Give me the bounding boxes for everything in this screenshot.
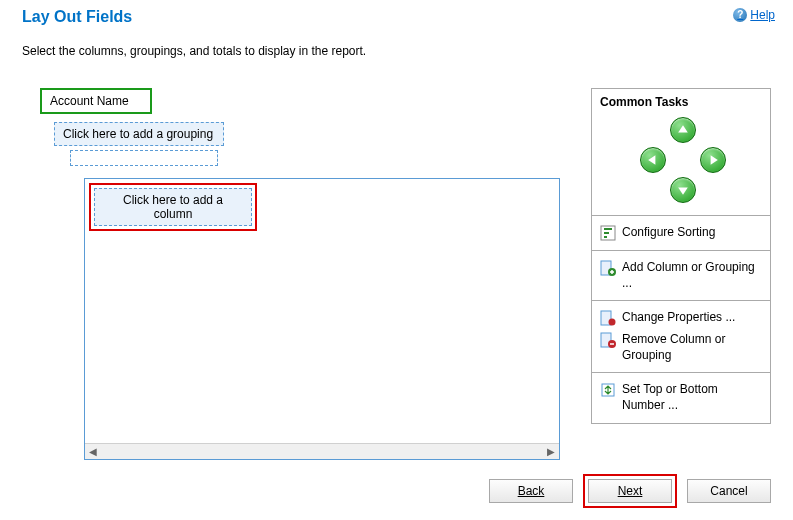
change-properties-link[interactable]: Change Properties ... <box>600 307 762 329</box>
move-left-button[interactable] <box>640 147 666 173</box>
move-arrows-pad <box>600 113 762 209</box>
help-icon: ? <box>733 8 747 22</box>
grouping-blank-slot[interactable] <box>70 150 218 166</box>
layout-canvas: Click here to add a column ◀ ▶ <box>84 178 560 460</box>
horizontal-scrollbar[interactable]: ◀ ▶ <box>85 443 559 459</box>
wizard-buttons: Back Next Cancel <box>489 474 771 508</box>
layout-area: Account Name Click here to add a groupin… <box>22 88 562 460</box>
add-column-grouping-link[interactable]: Add Column or Grouping ... <box>600 257 762 294</box>
arrow-right-icon <box>707 154 719 166</box>
primary-field-box[interactable]: Account Name <box>40 88 152 114</box>
change-properties-label: Change Properties ... <box>622 310 735 326</box>
move-up-button[interactable] <box>670 117 696 143</box>
add-grouping-placeholder[interactable]: Click here to add a grouping <box>54 122 224 146</box>
next-button[interactable]: Next <box>588 479 672 503</box>
arrow-up-icon <box>677 124 689 136</box>
configure-sorting-link[interactable]: Configure Sorting <box>600 222 762 244</box>
sorting-icon <box>600 225 616 241</box>
workspace: Account Name Click here to add a groupin… <box>22 88 771 458</box>
next-label: Next <box>618 484 643 498</box>
help-link[interactable]: ? Help <box>733 8 775 22</box>
set-top-bottom-link[interactable]: Set Top or Bottom Number ... <box>600 379 762 416</box>
arrow-down-icon <box>677 184 689 196</box>
move-right-button[interactable] <box>700 147 726 173</box>
scroll-left-icon[interactable]: ◀ <box>89 446 97 457</box>
set-top-bottom-label: Set Top or Bottom Number ... <box>622 382 762 413</box>
back-button[interactable]: Back <box>489 479 573 503</box>
remove-column-icon <box>600 332 616 348</box>
scroll-right-icon[interactable]: ▶ <box>547 446 555 457</box>
instruction-text: Select the columns, groupings, and total… <box>0 26 793 64</box>
arrow-left-icon <box>647 154 659 166</box>
move-down-button[interactable] <box>670 177 696 203</box>
common-tasks-panel: Common Tasks Co <box>591 88 771 424</box>
cancel-button[interactable]: Cancel <box>687 479 771 503</box>
configure-sorting-label: Configure Sorting <box>622 225 715 241</box>
add-column-placeholder[interactable]: Click here to add a column <box>94 188 252 226</box>
add-column-icon <box>600 260 616 276</box>
page-title: Lay Out Fields <box>22 8 132 26</box>
cancel-label: Cancel <box>710 484 747 498</box>
remove-column-grouping-link[interactable]: Remove Column or Grouping <box>600 329 762 366</box>
common-tasks-title: Common Tasks <box>600 95 762 109</box>
change-properties-icon <box>600 310 616 326</box>
column-row-highlight: Click here to add a column <box>89 183 257 231</box>
help-label: Help <box>750 8 775 22</box>
add-column-label: Add Column or Grouping ... <box>622 260 762 291</box>
svg-point-4 <box>609 319 616 326</box>
top-bottom-icon <box>600 382 616 398</box>
next-button-highlight: Next <box>583 474 677 508</box>
remove-column-label: Remove Column or Grouping <box>622 332 762 363</box>
back-label: Back <box>518 484 545 498</box>
